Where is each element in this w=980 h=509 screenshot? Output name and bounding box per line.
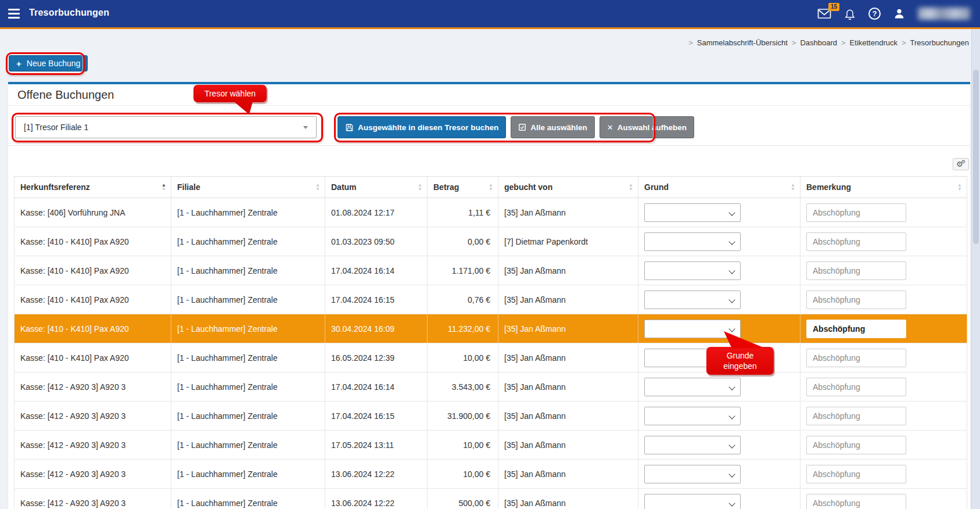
cell-gebucht-von: [35] Jan Aßmann bbox=[498, 198, 638, 227]
grund-select[interactable] bbox=[644, 407, 741, 425]
bemerkung-input[interactable] bbox=[806, 203, 906, 222]
cell-filiale: [1 - Lauchhammer] Zentrale bbox=[171, 285, 325, 314]
bemerkung-input[interactable] bbox=[806, 436, 906, 454]
grund-select[interactable] bbox=[644, 261, 741, 280]
cell-datum: 16.05.2024 12:39 bbox=[325, 343, 428, 372]
cell-datum: 17.04.2024 16:14 bbox=[325, 256, 428, 285]
grund-select[interactable] bbox=[644, 378, 741, 396]
bemerkung-input[interactable] bbox=[806, 494, 906, 509]
cell-gebucht-von: [35] Jan Aßmann bbox=[498, 489, 638, 509]
table-row[interactable]: Kasse: [412 - A920 3] A920 3 [1 - Lauchh… bbox=[14, 460, 967, 489]
table-body: Kasse: [406] Vorführung JNA [1 - Lauchha… bbox=[14, 198, 967, 509]
cell-gebucht-von: [35] Jan Aßmann bbox=[498, 256, 638, 285]
chevron-down-icon bbox=[728, 209, 735, 216]
breadcrumb-item[interactable]: Etikettendruck bbox=[850, 38, 898, 47]
cell-gebucht-von: [35] Jan Aßmann bbox=[498, 314, 638, 343]
chevron-down-icon bbox=[728, 325, 735, 332]
bemerkung-input[interactable] bbox=[806, 291, 906, 309]
chevron-down-icon bbox=[728, 442, 735, 448]
cell-herkunftsreferenz: Kasse: [412 - A920 3] A920 3 bbox=[14, 489, 171, 509]
bemerkung-input[interactable] bbox=[806, 320, 906, 338]
bemerkung-input[interactable] bbox=[806, 407, 906, 425]
check-square-icon bbox=[518, 123, 526, 131]
vertical-scrollbar[interactable] bbox=[971, 29, 980, 509]
column-header-gebucht-von[interactable]: gebucht von ▲▼ bbox=[498, 177, 638, 198]
table-row[interactable]: Kasse: [412 - A920 3] A920 3 [1 - Lauchh… bbox=[14, 489, 967, 509]
table-row[interactable]: Kasse: [410 - K410] Pax A920 [1 - Lauchh… bbox=[14, 343, 967, 372]
clear-selection-button[interactable]: ✕ Auswahl aufheben bbox=[600, 116, 694, 138]
column-header-betrag[interactable]: Betrag ▲▼ bbox=[428, 177, 498, 198]
column-header-herkunftsreferenz[interactable]: Herkunftsreferenz ▲▼ bbox=[14, 177, 171, 198]
grund-select[interactable] bbox=[644, 349, 741, 367]
table-row[interactable]: Kasse: [412 - A920 3] A920 3 [1 - Lauchh… bbox=[14, 372, 967, 402]
hamburger-menu-icon[interactable] bbox=[8, 9, 20, 19]
cell-betrag: 0,00 € bbox=[428, 227, 498, 256]
cell-herkunftsreferenz: Kasse: [412 - A920 3] A920 3 bbox=[14, 402, 171, 430]
grund-select[interactable] bbox=[644, 232, 741, 251]
table-row[interactable]: Kasse: [406] Vorführung JNA [1 - Lauchha… bbox=[14, 198, 967, 227]
cell-bemerkung bbox=[800, 256, 967, 285]
cell-gebucht-von: [35] Jan Aßmann bbox=[498, 431, 638, 459]
table-row[interactable]: Kasse: [410 - K410] Pax A920 [1 - Lauchh… bbox=[14, 256, 967, 285]
table-settings-button[interactable]: ⚙ ⚙ bbox=[953, 158, 969, 170]
grund-select[interactable] bbox=[644, 436, 741, 454]
tresor-select[interactable]: [1] Tresor Filiale 1 bbox=[15, 116, 317, 138]
table-row[interactable]: Kasse: [410 - K410] Pax A920 [1 - Lauchh… bbox=[14, 285, 967, 314]
column-header-bemerkung[interactable]: Bemerkung ▲▼ bbox=[800, 177, 967, 198]
user-menu-button[interactable] bbox=[893, 8, 905, 20]
cell-betrag: 1,11 € bbox=[428, 198, 498, 227]
cell-grund bbox=[638, 314, 800, 343]
scrollbar-thumb[interactable] bbox=[973, 70, 979, 244]
column-header-datum[interactable]: Datum ▲▼ bbox=[325, 177, 428, 198]
cell-filiale: [1 - Lauchhammer] Zentrale bbox=[171, 198, 325, 227]
bemerkung-input[interactable] bbox=[806, 232, 906, 251]
table-row[interactable]: Kasse: [412 - A920 3] A920 3 [1 - Lauchh… bbox=[14, 402, 967, 431]
question-icon: ? bbox=[868, 8, 881, 20]
breadcrumb-item[interactable]: Sammelabschrift-Übersicht bbox=[697, 38, 788, 47]
panel-heading: Offene Buchungen bbox=[17, 88, 114, 102]
column-header-grund[interactable]: Grund ▲▼ bbox=[638, 177, 800, 198]
cell-gebucht-von: [35] Jan Aßmann bbox=[498, 285, 638, 314]
chevron-down-icon bbox=[728, 413, 735, 419]
open-bookings-panel: Offene Buchungen [1] Tresor Filiale 1 Au… bbox=[8, 82, 970, 509]
column-header-filiale[interactable]: Filiale ▲▼ bbox=[171, 177, 325, 198]
select-all-label: Alle auswählen bbox=[530, 123, 587, 132]
cell-datum: 01.03.2023 09:50 bbox=[325, 227, 428, 256]
messages-count-badge: 15 bbox=[828, 3, 839, 11]
table-row[interactable]: Kasse: [412 - A920 3] A920 3 [1 - Lauchh… bbox=[14, 431, 967, 460]
bemerkung-input[interactable] bbox=[806, 465, 906, 483]
cell-gebucht-von: [35] Jan Aßmann bbox=[498, 372, 638, 401]
breadcrumb-separator: > bbox=[902, 38, 906, 47]
cell-bemerkung bbox=[800, 285, 967, 314]
table-row[interactable]: Kasse: [410 - K410] Pax A920 [1 - Lauchh… bbox=[14, 314, 967, 343]
sort-icon: ▲▼ bbox=[315, 183, 320, 191]
breadcrumb: >Sammelabschrift-Übersicht>Dashboard>Eti… bbox=[684, 38, 969, 47]
help-button[interactable]: ? bbox=[868, 8, 881, 20]
book-selected-button[interactable]: Ausgewählte in diesen Tresor buchen bbox=[338, 116, 506, 138]
cell-grund bbox=[638, 372, 800, 401]
notifications-button[interactable] bbox=[844, 8, 856, 20]
cell-betrag: 0,76 € bbox=[428, 285, 498, 314]
cell-filiale: [1 - Lauchhammer] Zentrale bbox=[171, 256, 325, 285]
grund-select[interactable] bbox=[644, 320, 741, 338]
cell-bemerkung bbox=[800, 343, 967, 372]
bemerkung-input[interactable] bbox=[806, 378, 906, 396]
bemerkung-input[interactable] bbox=[806, 261, 906, 280]
bemerkung-input[interactable] bbox=[806, 349, 906, 367]
cell-gebucht-von: [7] Dietmar Papenkordt bbox=[498, 227, 638, 256]
cell-datum: 13.06.2024 12:22 bbox=[325, 489, 428, 509]
sort-icon: ▲▼ bbox=[629, 183, 633, 191]
breadcrumb-item[interactable]: Dashboard bbox=[800, 38, 837, 47]
messages-button[interactable]: 15 bbox=[817, 8, 831, 19]
grund-select[interactable] bbox=[644, 465, 741, 483]
grund-select[interactable] bbox=[644, 203, 741, 222]
grund-select[interactable] bbox=[644, 291, 741, 309]
new-booking-button[interactable]: + Neue Buchung bbox=[9, 55, 88, 71]
new-booking-label: Neue Buchung bbox=[27, 59, 81, 68]
book-selected-label: Ausgewählte in diesen Tresor buchen bbox=[358, 123, 498, 132]
select-all-button[interactable]: Alle auswählen bbox=[511, 116, 595, 138]
cell-herkunftsreferenz: Kasse: [412 - A920 3] A920 3 bbox=[14, 431, 171, 459]
cell-betrag: 31.900,00 € bbox=[428, 402, 498, 430]
table-row[interactable]: Kasse: [410 - K410] Pax A920 [1 - Lauchh… bbox=[14, 227, 967, 256]
grund-select[interactable] bbox=[644, 494, 741, 509]
